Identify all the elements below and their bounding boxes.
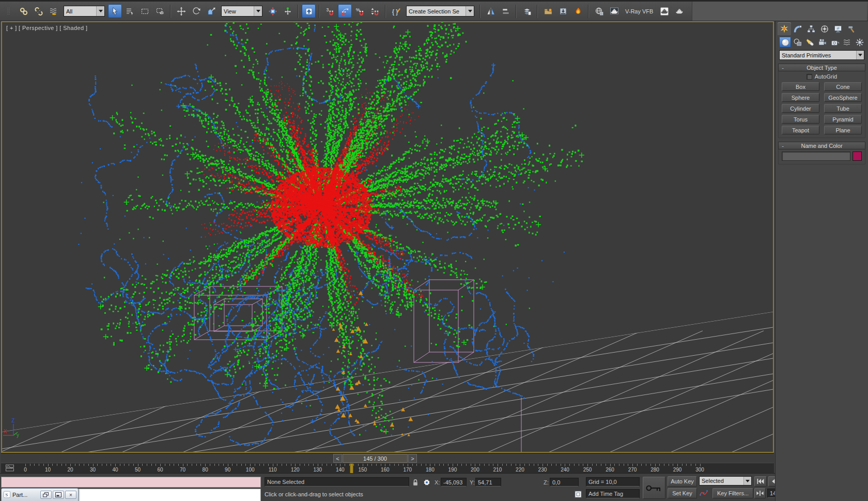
set-key-button[interactable]: Set Key — [668, 488, 697, 498]
restore-window-button[interactable] — [40, 491, 52, 499]
angle-snap-toggle[interactable] — [338, 4, 352, 18]
edit-named-selection-sets-button[interactable]: { } — [389, 4, 403, 18]
key-mode-toggle-button[interactable] — [754, 488, 766, 498]
open-mini-curve-editor-button[interactable] — [3, 463, 17, 473]
selection-set-scope-dropdown[interactable]: Selected — [699, 476, 752, 485]
tab-create[interactable] — [778, 22, 791, 35]
window-crossing-toggle[interactable] — [153, 4, 167, 18]
autogrid-checkbox[interactable] — [807, 74, 812, 80]
select-and-scale-button[interactable] — [204, 4, 218, 18]
particle-view-minimized-window[interactable]: S Part... × — [1, 488, 79, 501]
tab-display[interactable] — [831, 22, 845, 35]
object-type-button-box[interactable]: Box — [782, 82, 819, 91]
name-and-color-rollout-header[interactable]: - Name and Color — [778, 142, 865, 149]
z-coordinate-field[interactable]: 0,0 — [550, 478, 579, 487]
rectangular-selection-region-button[interactable] — [138, 4, 152, 18]
next-frame-slider-button[interactable]: > — [408, 454, 417, 463]
unlink-selection-button[interactable] — [32, 4, 45, 18]
object-type-button-cone[interactable]: Cone — [824, 82, 862, 91]
bind-to-space-warp-button[interactable] — [47, 4, 60, 18]
object-type-rollout-header[interactable]: - Object Type — [778, 64, 865, 71]
render-setup-button[interactable] — [592, 4, 606, 18]
rendered-frame-window-button[interactable] — [607, 4, 621, 18]
named-selection-sets-dropdown[interactable]: Create Selection Se — [406, 6, 474, 17]
chevron-down-icon[interactable] — [96, 6, 104, 16]
render-production-button[interactable] — [657, 4, 671, 18]
object-type-button-geosphere[interactable]: GeoSphere — [824, 93, 862, 102]
macro-recorder-pane[interactable] — [1, 477, 261, 488]
category-lights[interactable] — [804, 37, 816, 48]
select-and-move-button[interactable] — [174, 4, 188, 18]
y-coordinate-field[interactable]: 54,71 — [475, 478, 501, 487]
snaps-toggle-button[interactable]: 3 — [323, 4, 337, 18]
object-type-button-torus[interactable]: Torus — [782, 115, 819, 124]
select-and-link-button[interactable] — [17, 4, 30, 18]
viewport-canvas[interactable] — [2, 22, 773, 452]
selection-status-field[interactable]: None Selected — [265, 477, 409, 487]
category-cameras[interactable] — [816, 37, 828, 48]
time-slider-handle[interactable]: 145 / 300 — [343, 454, 408, 463]
chevron-down-icon[interactable] — [743, 477, 751, 485]
percent-snap-toggle[interactable]: % — [353, 4, 367, 18]
curve-editor-button[interactable] — [541, 4, 555, 18]
align-button[interactable] — [499, 4, 513, 18]
render-iterative-button[interactable] — [672, 4, 686, 18]
tab-utilities[interactable] — [845, 22, 858, 35]
frame-tick — [295, 464, 296, 466]
category-helpers[interactable] — [829, 37, 841, 48]
spinner-snap-toggle[interactable] — [368, 4, 382, 18]
chevron-down-icon[interactable] — [856, 51, 864, 59]
reference-coordinate-system-dropdown[interactable]: View — [221, 6, 262, 17]
category-geometry[interactable] — [779, 37, 791, 48]
previous-frame-slider-button[interactable]: < — [333, 454, 342, 463]
default-in-out-tangents-icon[interactable] — [699, 489, 708, 499]
object-type-button-cylinder[interactable]: Cylinder — [782, 104, 819, 113]
timeline-playhead[interactable] — [350, 463, 353, 473]
perspective-viewport[interactable]: [ + ] [ Perspective ] [ Shaded ] — [1, 21, 774, 453]
go-to-start-button[interactable] — [754, 476, 767, 487]
tab-motion[interactable] — [818, 22, 831, 35]
object-type-button-pyramid[interactable]: Pyramid — [824, 115, 862, 124]
keyboard-shortcut-override-toggle[interactable] — [302, 4, 316, 18]
object-type-button-sphere[interactable]: Sphere — [782, 93, 819, 102]
use-pivot-point-center-button[interactable] — [266, 4, 280, 18]
progressive-display-icon[interactable] — [574, 490, 583, 500]
set-keys-button[interactable] — [643, 477, 665, 499]
category-shapes[interactable] — [792, 37, 803, 48]
select-and-rotate-button[interactable] — [189, 4, 203, 18]
object-type-button-teapot[interactable]: Teapot — [782, 126, 819, 134]
x-coordinate-field[interactable]: -45,093 — [441, 478, 467, 487]
select-and-manipulate-button[interactable] — [281, 4, 295, 18]
minimize-window-button[interactable] — [53, 491, 64, 499]
schematic-view-button[interactable] — [556, 4, 570, 18]
combo-label: Create Selection Se — [407, 8, 466, 14]
category-space-warps[interactable] — [841, 37, 853, 48]
selection-lock-icon[interactable] — [411, 478, 420, 488]
manage-layers-button[interactable] — [520, 4, 534, 18]
object-type-button-plane[interactable]: Plane — [824, 126, 862, 134]
object-color-swatch[interactable] — [853, 151, 862, 161]
vray-vfb-button[interactable]: V-Ray VFB — [622, 8, 657, 14]
object-type-button-tube[interactable]: Tube — [824, 104, 862, 113]
frame-tick — [457, 464, 458, 466]
selection-filter-dropdown[interactable]: All — [64, 6, 105, 17]
object-name-input[interactable] — [782, 151, 850, 161]
auto-key-button[interactable]: Auto Key — [668, 476, 697, 487]
material-editor-button[interactable] — [571, 4, 585, 18]
mirror-button[interactable] — [484, 4, 498, 18]
select-object-button[interactable] — [108, 4, 122, 18]
select-by-name-button[interactable] — [123, 4, 137, 18]
viewport-label[interactable]: [ + ] [ Perspective ] [ Shaded ] — [6, 25, 87, 31]
chevron-down-icon[interactable] — [254, 6, 262, 16]
track-bar[interactable]: 0102030405060708090100110120130140150160… — [1, 463, 774, 473]
category-systems[interactable] — [854, 37, 865, 48]
subcategory-dropdown[interactable]: Standard Primitives — [779, 50, 864, 60]
tab-hierarchy[interactable] — [804, 22, 818, 35]
chevron-down-icon[interactable] — [466, 6, 474, 16]
time-slider-track[interactable]: < 145 / 300 > — [1, 453, 774, 463]
key-filters-button[interactable]: Key Filters... — [712, 488, 753, 498]
absolute-mode-icon[interactable] — [422, 478, 431, 488]
close-window-button[interactable]: × — [65, 491, 76, 499]
tab-modify[interactable] — [791, 22, 804, 35]
add-time-tag-field[interactable]: Add Time Tag — [586, 489, 640, 498]
